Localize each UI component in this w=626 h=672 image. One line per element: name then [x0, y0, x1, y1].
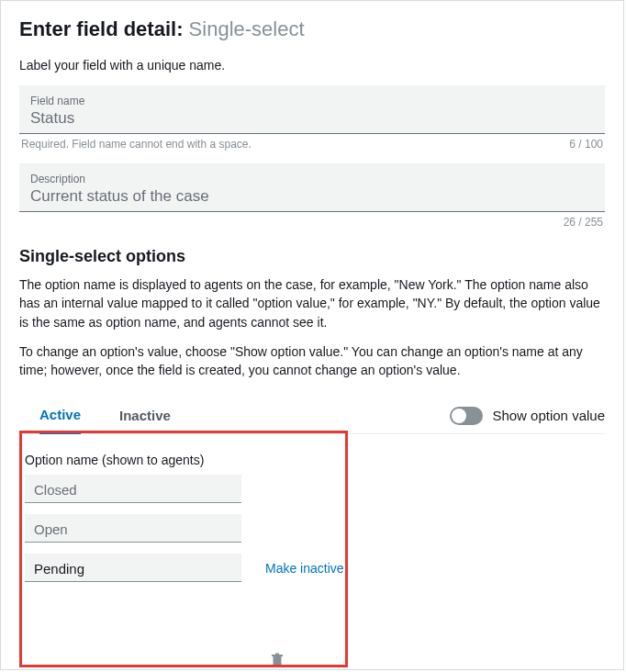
show-option-value-label: Show option value: [492, 408, 605, 423]
option-input-wrap: [25, 514, 241, 543]
option-name-input[interactable]: [34, 482, 232, 498]
page-title: Enter field detail: Single-select: [19, 17, 605, 41]
page-title-suffix: Single-select: [189, 17, 305, 40]
field-name-block: Field name: [19, 85, 605, 134]
option-input-wrap: [25, 554, 241, 582]
description-input[interactable]: [30, 187, 594, 207]
field-name-label: Field name: [30, 95, 594, 107]
options-section-title: Single-select options: [19, 247, 605, 266]
field-name-input[interactable]: [30, 109, 594, 129]
description-helper-row: 26 / 255: [19, 212, 605, 241]
intro-text: Label your field with a unique name.: [19, 58, 605, 73]
show-option-value-toggle[interactable]: [450, 407, 483, 425]
tab-inactive[interactable]: Inactive: [119, 398, 171, 432]
description-counter: 26 / 255: [564, 216, 603, 229]
option-row: [19, 514, 605, 543]
options-section-p2: To change an option's value, choose "Sho…: [19, 342, 605, 380]
field-name-helper-row: Required. Field name cannot end with a s…: [19, 134, 605, 163]
trash-icon[interactable]: [271, 653, 284, 667]
options-section-p1: The option name is displayed to agents o…: [19, 275, 605, 331]
toggle-knob: [452, 409, 466, 423]
description-block: Description: [19, 163, 605, 212]
option-row: Make inactive: [19, 554, 605, 582]
show-option-value-toggle-wrap: Show option value: [450, 407, 605, 425]
page-title-prefix: Enter field detail:: [19, 17, 183, 40]
option-input-wrap: [25, 475, 241, 503]
option-name-input[interactable]: [34, 561, 232, 577]
option-name-column-header: Option name (shown to agents): [25, 453, 605, 467]
tabs-row: Active Inactive Show option value: [19, 398, 605, 434]
field-name-helper: Required. Field name cannot end with a s…: [21, 138, 252, 151]
option-row: [19, 475, 605, 503]
field-name-counter: 6 / 100: [569, 138, 603, 151]
svg-rect-2: [275, 654, 279, 655]
make-inactive-link[interactable]: Make inactive: [265, 561, 344, 576]
option-name-input[interactable]: [34, 521, 232, 537]
tab-active[interactable]: Active: [39, 398, 81, 434]
field-detail-panel: Enter field detail: Single-select Label …: [0, 0, 624, 670]
svg-rect-0: [274, 656, 282, 666]
description-label: Description: [30, 173, 594, 185]
